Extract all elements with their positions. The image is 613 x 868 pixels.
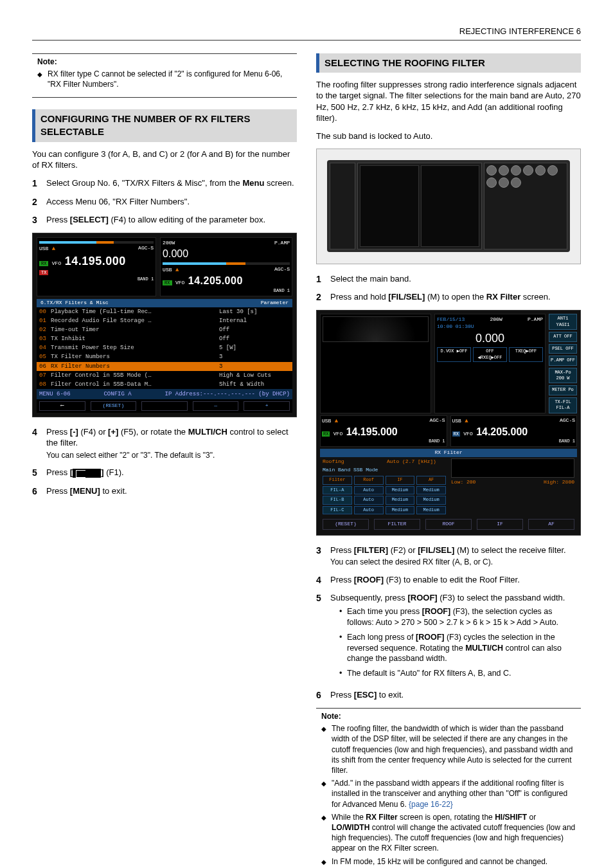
note-item: In FM mode, 15 kHz will be configured an… bbox=[321, 856, 576, 867]
band: BAND 1 bbox=[163, 288, 290, 294]
t: (F1). bbox=[104, 467, 124, 477]
b: [ESC] bbox=[354, 690, 377, 700]
rl: Roofing bbox=[323, 458, 387, 466]
soft-button: + bbox=[244, 401, 290, 411]
fa: 14.195.000 bbox=[346, 426, 398, 437]
intro-left: You can configure 3 (for A, B, and C) or… bbox=[32, 149, 297, 171]
menu-row: 00Playback Time (Full-time Rec…Last 30 [… bbox=[37, 307, 292, 316]
t: Subsequently, press bbox=[330, 593, 407, 602]
t: to exit. bbox=[100, 486, 127, 496]
step-text: Select Group No. 6, "TX/RX Filters & Mis… bbox=[46, 177, 297, 189]
step-num: 5 bbox=[316, 592, 330, 604]
device-photo bbox=[316, 149, 581, 264]
b: [FIL/SEL] bbox=[418, 545, 454, 555]
side-button: METER Po bbox=[549, 385, 577, 395]
th: Roof bbox=[354, 476, 384, 484]
th: AF bbox=[416, 476, 446, 484]
step-num: 2 bbox=[32, 196, 46, 208]
step-num: 3 bbox=[32, 214, 46, 226]
t: (F4) to allow editing of the parameter b… bbox=[109, 215, 265, 224]
menu-screenshot: USB ▲ AGC-S RX VFO 14.195.000 TX BAND 1 … bbox=[32, 233, 297, 417]
note-box-top: Note: RX filter type C cannot be selecte… bbox=[32, 53, 297, 98]
menu-row: 02Time-out TimerOff bbox=[37, 325, 292, 334]
side-button: MAX-Po 200 W bbox=[549, 368, 577, 384]
note-title: Note: bbox=[37, 57, 292, 67]
t: Press and hold bbox=[330, 292, 388, 302]
soft-button: (RESET) bbox=[91, 401, 137, 411]
t: screen. bbox=[264, 178, 294, 188]
steps-left-2: 4 Press [-] (F4) or [+] (F5), or rotate … bbox=[32, 426, 297, 498]
mh-r: Parameter bbox=[261, 300, 289, 307]
agc: AGC-S bbox=[274, 266, 290, 273]
side-button: ANT1 YAGI1 bbox=[549, 314, 577, 330]
th: Filter bbox=[323, 476, 352, 484]
step-num: 5 bbox=[32, 467, 46, 479]
t: (F2) or bbox=[388, 545, 418, 555]
toggle: OFF ◀RXEQ▶OFF bbox=[473, 347, 507, 362]
z: 0.000 bbox=[437, 330, 543, 346]
b: MULTI/CH bbox=[188, 427, 227, 437]
f-m: CONFIG A bbox=[103, 390, 131, 398]
power: 200W bbox=[163, 240, 175, 247]
page-link[interactable]: {page 16-22} bbox=[409, 800, 453, 809]
zero: 0.000 bbox=[163, 247, 290, 261]
b: [ROOF] bbox=[407, 593, 437, 602]
step-num: 3 bbox=[316, 545, 330, 557]
vfo: VFO bbox=[52, 260, 61, 266]
hi: High: 2800 bbox=[544, 479, 574, 486]
rxh: RX Filter bbox=[320, 449, 577, 457]
rx-filter-screenshot: FEB/15/13200WP.AMP 10:00 01:30U 0.000 D.… bbox=[316, 310, 581, 535]
menu-row: 05TX Filter Numbers3 bbox=[37, 352, 292, 361]
step-text: Access Menu 06, "RX Filter Numbers". bbox=[46, 196, 297, 208]
t: Press bbox=[46, 486, 70, 496]
b: [MENU] bbox=[70, 486, 100, 496]
vfo: VFO bbox=[463, 431, 472, 437]
note-title: Note: bbox=[321, 711, 576, 721]
usb: USB bbox=[452, 418, 461, 424]
side-button: ATT OFF bbox=[549, 332, 577, 341]
step-num: 4 bbox=[32, 426, 46, 439]
soft-button: — bbox=[193, 401, 239, 411]
menu-row: 04Transmit Power Step Size5 [W] bbox=[37, 343, 292, 352]
left-column: Note: RX filter type C cannot be selecte… bbox=[32, 53, 297, 868]
soft-button: AF bbox=[528, 519, 574, 530]
note-item: While the RX Filter screen is open, rota… bbox=[321, 812, 576, 854]
rx-badge: RX bbox=[39, 261, 48, 266]
b: RX Filter bbox=[486, 292, 520, 302]
step-num: 6 bbox=[32, 485, 46, 498]
vfo: VFO bbox=[175, 280, 184, 285]
t: Press bbox=[46, 215, 70, 224]
soft-button: ROOF bbox=[425, 519, 472, 530]
filter-row: FIL-CAutoMediumMedium bbox=[323, 506, 446, 514]
soft-button: IF bbox=[477, 519, 523, 530]
page-header: REJECTING INTERFERENCE 6 bbox=[32, 26, 581, 41]
usb: USB bbox=[322, 418, 331, 424]
b: [SELECT] bbox=[70, 215, 109, 224]
soft-button: (RESET) bbox=[323, 519, 369, 530]
step-num: 1 bbox=[32, 177, 46, 190]
side-button: P.AMP OFF bbox=[549, 356, 577, 365]
step-text: Press [SELECT] (F4) to allow editing of … bbox=[46, 214, 297, 226]
section-heading-right: SELECTING THE ROOFING FILTER bbox=[316, 53, 581, 73]
b: [FIL/SEL] bbox=[388, 292, 425, 302]
th: IF bbox=[386, 476, 415, 484]
note-box-bottom: Note: The roofing filter, the bandwidth … bbox=[316, 708, 581, 868]
bullet: The default is "Auto" for RX filters A, … bbox=[339, 668, 581, 679]
filter-row: FIL-BAutoMediumMedium bbox=[323, 496, 446, 504]
agc: AGC-S bbox=[429, 417, 445, 424]
freq-a: 14.195.000 bbox=[65, 255, 126, 267]
vfo: VFO bbox=[333, 431, 342, 437]
toggle: TXEQ▶OFF bbox=[509, 347, 543, 362]
t: Press bbox=[46, 427, 70, 437]
rx: RX bbox=[452, 431, 460, 437]
b: [+] bbox=[108, 427, 118, 437]
mh-l: 6.TX/RX Filters & Misc bbox=[40, 300, 261, 307]
right-column: SELECTING THE ROOFING FILTER The roofing… bbox=[316, 53, 581, 868]
t: (F3) to enable to edit the Roof Filter. bbox=[384, 575, 520, 584]
menu-row: 01Recorded Audio File Storage …Internal bbox=[37, 316, 292, 325]
usb: USB bbox=[39, 246, 48, 251]
rx: RX bbox=[163, 280, 172, 285]
step-num: 2 bbox=[316, 291, 330, 303]
steps-left-1: 1 Select Group No. 6, "TX/RX Filters & M… bbox=[32, 177, 297, 227]
pamp: P.AMP bbox=[274, 240, 290, 247]
